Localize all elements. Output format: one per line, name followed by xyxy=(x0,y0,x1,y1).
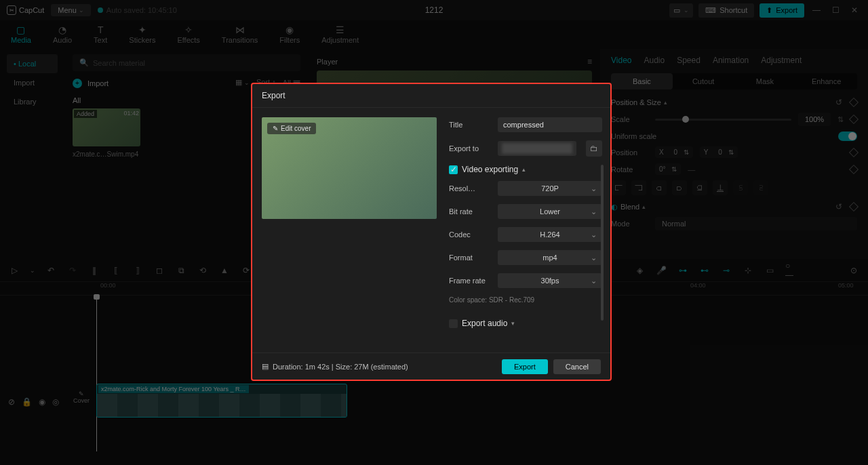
codec-select[interactable]: H.264 xyxy=(498,227,602,242)
modal-title: Export xyxy=(252,84,610,108)
cancel-button[interactable]: Cancel xyxy=(553,359,601,374)
pencil-icon: ✎ xyxy=(273,125,278,132)
export-info: ▤ Duration: 1m 42s | Size: 27M (estimate… xyxy=(262,362,408,371)
title-input[interactable] xyxy=(498,117,602,132)
format-label: Format xyxy=(449,254,491,262)
form-scrollbar[interactable] xyxy=(601,165,604,321)
framerate-label: Frame rate xyxy=(449,277,491,285)
export-audio-section[interactable]: Export audio ▾ xyxy=(449,319,602,328)
export-path-input[interactable] xyxy=(498,141,576,156)
colorspace-note: Color space: SDR - Rec.709 xyxy=(449,296,602,304)
title-label: Title xyxy=(449,121,491,129)
chevron-up-icon: ▴ xyxy=(522,166,526,173)
export-preview: ✎ Edit cover xyxy=(262,117,437,219)
bitrate-select[interactable]: Lower xyxy=(498,204,602,219)
export-to-label: Export to xyxy=(449,144,491,153)
export-confirm-button[interactable]: Export xyxy=(502,359,548,374)
edit-cover-button[interactable]: ✎ Edit cover xyxy=(267,123,316,134)
browse-folder-button[interactable]: 🗀 xyxy=(586,140,602,157)
codec-label: Codec xyxy=(449,230,491,239)
format-select[interactable]: mp4 xyxy=(498,250,602,265)
video-exporting-checkbox[interactable]: ✓ xyxy=(449,165,458,174)
modal-footer: ▤ Duration: 1m 42s | Size: 27M (estimate… xyxy=(252,352,610,380)
chevron-down-icon: ▾ xyxy=(511,320,515,327)
video-exporting-section[interactable]: ✓ Video exporting ▴ xyxy=(449,165,602,174)
resolution-select[interactable]: 720P xyxy=(498,181,602,196)
bitrate-label: Bit rate xyxy=(449,207,491,216)
export-modal: Export ✎ Edit cover Title Export to xyxy=(251,83,612,381)
resolution-label: Resol… xyxy=(449,184,491,193)
framerate-select[interactable]: 30fps xyxy=(498,273,602,288)
folder-icon: 🗀 xyxy=(590,144,598,153)
export-form: Title Export to 🗀 ✓ Video exporting ▴ R xyxy=(449,117,602,343)
export-audio-checkbox[interactable] xyxy=(449,319,458,328)
film-icon: ▤ xyxy=(262,362,269,371)
